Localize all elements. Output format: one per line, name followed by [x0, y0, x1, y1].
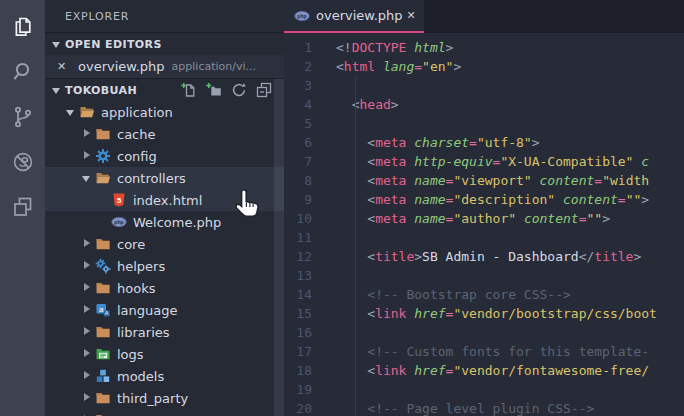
tree-item-cache[interactable]: cache [45, 123, 284, 145]
tree-item-label: language [117, 303, 178, 318]
code-line[interactable]: 1<!DOCTYPE html> [284, 38, 684, 57]
tree-item-label: hooks [117, 281, 155, 296]
code-text: <link href="vendor/bootstrap/css/boot [336, 304, 657, 323]
tab-overview-php[interactable]: php overview.php ✕ [284, 0, 424, 33]
tree-item-application[interactable]: application [45, 101, 284, 123]
open-editors-header[interactable]: OPEN EDITORS [45, 32, 284, 55]
code-line[interactable]: 20 <!-- Page level plugin CSS--> [284, 399, 684, 416]
tree-item-label: config [117, 149, 157, 164]
new-file-button[interactable] [181, 82, 197, 98]
code-text: <title>SB Admin - Dashboard</title> [336, 247, 641, 266]
code-text: <head> [336, 95, 399, 114]
activitybar-item-extensions[interactable] [11, 195, 35, 219]
code-line[interactable]: 2<html lang="en"> [284, 57, 684, 76]
activitybar-item-debug[interactable] [11, 150, 35, 174]
code-editor[interactable]: 1<!DOCTYPE html>2<html lang="en">34 <hea… [284, 33, 684, 416]
tree-item-label: core [117, 237, 145, 252]
tree-item-partial[interactable] [45, 409, 284, 416]
code-line[interactable]: 13 [284, 266, 684, 285]
code-line[interactable]: 3 [284, 76, 684, 95]
workspace-header[interactable]: TOKOBUAH [45, 78, 284, 101]
explorer-title: EXPLORER [45, 0, 284, 32]
code-line[interactable]: 7 <meta http-equiv="X-UA-Compatible" c [284, 152, 684, 171]
tree-item-Welcome.php[interactable]: phpWelcome.php [45, 211, 284, 233]
workspace-label: TOKOBUAH [65, 84, 137, 97]
new-folder-button[interactable] [206, 82, 222, 98]
tree-item-controllers[interactable]: controllers [45, 167, 284, 189]
code-line[interactable]: 18 <link href="vendor/fontawesome-free/ [284, 361, 684, 380]
folder [95, 412, 111, 416]
code-text: <!-- Page level plugin CSS--> [336, 399, 594, 416]
code-line[interactable]: 5 [284, 114, 684, 133]
tree-item-language[interactable]: aAlanguage [45, 299, 284, 321]
tree-item-core[interactable]: core [45, 233, 284, 255]
code-line[interactable]: 11 [284, 228, 684, 247]
line-number: 9 [284, 190, 336, 209]
code-line[interactable]: 19 [284, 380, 684, 399]
open-editor-filename: overview.php [78, 59, 165, 74]
tree-item-third_party[interactable]: third_party [45, 387, 284, 409]
activitybar-item-source-control[interactable] [11, 105, 35, 129]
folder [95, 236, 111, 252]
line-number: 17 [284, 342, 336, 361]
folder-language: aA [95, 302, 111, 318]
file-tree: applicationcacheconfigcontrollers5index.… [45, 101, 284, 416]
line-number: 12 [284, 247, 336, 266]
tab-bar: php overview.php ✕ [284, 0, 684, 33]
files-icon [11, 15, 35, 39]
collapse-all-button[interactable] [256, 82, 272, 98]
line-number: 3 [284, 76, 336, 95]
code-line[interactable]: 9 <meta name="description" content=""> [284, 190, 684, 209]
debug-icon [11, 150, 35, 174]
code-line[interactable]: 17 <!-- Custom fonts for this template- [284, 342, 684, 361]
folder [95, 324, 111, 340]
svg-text:a: a [99, 305, 104, 314]
code-text: <!-- Custom fonts for this template- [336, 342, 649, 361]
activity-bar [0, 0, 45, 416]
line-number: 5 [284, 114, 336, 133]
activitybar-item-search[interactable] [11, 60, 35, 84]
svg-text:A: A [105, 310, 109, 316]
close-icon[interactable]: ✕ [57, 60, 73, 73]
source-control-icon [11, 105, 35, 129]
line-number: 1 [284, 38, 336, 57]
tree-item-libraries[interactable]: libraries [45, 321, 284, 343]
tree-item-helpers[interactable]: helpers [45, 255, 284, 277]
folder-config [95, 148, 111, 164]
line-number: 7 [284, 152, 336, 171]
open-editor-item[interactable]: ✕phpoverview.phpapplication/vi... [45, 55, 284, 78]
tree-item-logs[interactable]: logs [45, 343, 284, 365]
code-line[interactable]: 14 <!-- Bootstrap core CSS--> [284, 285, 684, 304]
tree-item-label: controllers [117, 171, 186, 186]
code-line[interactable]: 10 <meta name="author" content=""> [284, 209, 684, 228]
code-text: <!-- Bootstrap core CSS--> [336, 285, 571, 304]
close-icon[interactable]: ✕ [403, 9, 416, 22]
code-line[interactable]: 4 <head> [284, 95, 684, 114]
folder-open [79, 104, 95, 120]
code-line[interactable]: 16 [284, 323, 684, 342]
code-line[interactable]: 12 <title>SB Admin - Dashboard</title> [284, 247, 684, 266]
line-number: 6 [284, 133, 336, 152]
svg-text:5: 5 [117, 196, 121, 205]
extensions-icon [11, 195, 35, 219]
folder-helpers [95, 258, 111, 274]
refresh-button[interactable] [231, 82, 247, 98]
tree-item-hooks[interactable]: hooks [45, 277, 284, 299]
code-line[interactable]: 15 <link href="vendor/bootstrap/css/boot [284, 304, 684, 323]
code-line[interactable]: 8 <meta name="viewport" content="width [284, 171, 684, 190]
line-number: 18 [284, 361, 336, 380]
code-line[interactable]: 6 <meta charset="utf-8"> [284, 133, 684, 152]
tree-item-index.html[interactable]: 5index.html [45, 189, 284, 211]
activitybar-item-files[interactable] [11, 15, 35, 39]
tree-item-models[interactable]: models [45, 365, 284, 387]
open-editors-list: ✕phpoverview.phpapplication/vi... [45, 55, 284, 78]
tree-item-config[interactable]: config [45, 145, 284, 167]
sidebar-scrollbar[interactable] [274, 79, 284, 416]
file-html: 5 [111, 192, 127, 208]
svg-text:php: php [297, 13, 307, 19]
svg-text:php: php [114, 219, 124, 225]
workspace-actions [181, 82, 284, 98]
tree-item-label: application [101, 105, 173, 120]
tree-item-label: Welcome.php [133, 215, 221, 230]
folder [95, 390, 111, 406]
